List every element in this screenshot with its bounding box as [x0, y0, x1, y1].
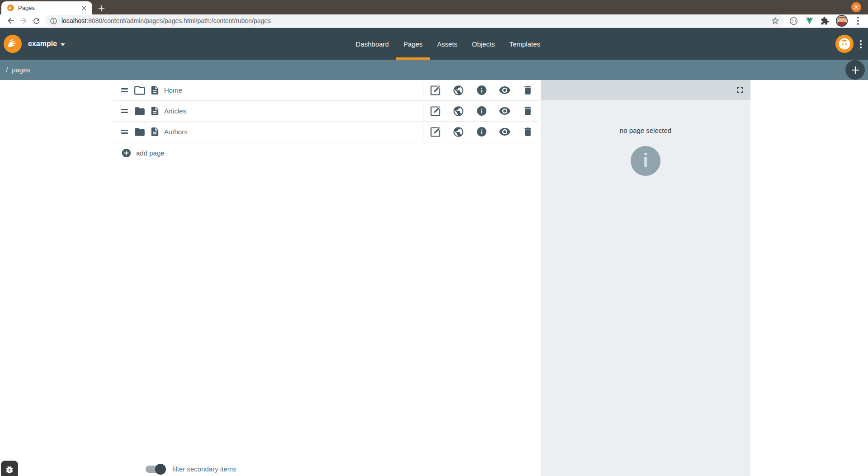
- filter-secondary-label: filter secondary items: [172, 465, 236, 473]
- user-avatar[interactable]: [835, 35, 854, 53]
- filter-secondary-row: filter secondary items: [146, 465, 236, 473]
- delete-icon[interactable]: [516, 105, 539, 117]
- tab-close-icon[interactable]: [80, 4, 88, 12]
- delete-icon[interactable]: [516, 85, 539, 96]
- document-icon: [150, 127, 160, 137]
- window-close-icon[interactable]: [851, 2, 861, 12]
- new-tab-icon[interactable]: [95, 2, 107, 14]
- filter-secondary-toggle[interactable]: [146, 466, 165, 473]
- site-name: example: [28, 40, 57, 48]
- tab-favicon-icon: [7, 5, 14, 11]
- edit-icon[interactable]: [424, 85, 447, 96]
- add-page-label: add page: [136, 149, 165, 157]
- page-title[interactable]: Authors: [164, 128, 424, 136]
- folder-filled-icon: [134, 126, 146, 138]
- preview-eye-icon[interactable]: [493, 105, 516, 117]
- edit-icon[interactable]: [424, 105, 447, 117]
- toggle-knob[interactable]: [155, 464, 166, 475]
- add-circle-icon: [121, 148, 132, 158]
- empty-state-message: no page selected: [541, 100, 750, 134]
- drag-handle-icon[interactable]: [121, 108, 128, 115]
- breadcrumb-current[interactable]: pages: [12, 66, 30, 74]
- breadcrumb-separator: /: [6, 66, 8, 74]
- site-info-icon[interactable]: [50, 17, 57, 25]
- row-actions: [424, 80, 539, 100]
- browser-tab[interactable]: Pages: [1, 1, 92, 14]
- info-icon[interactable]: [470, 85, 493, 96]
- content-area: Home: [0, 80, 868, 476]
- toolbar-extensions: [789, 15, 863, 27]
- browser-titlebar: Pages: [0, 0, 868, 14]
- page-row-authors[interactable]: Authors: [113, 122, 539, 142]
- app-menu-icon[interactable]: [856, 38, 865, 51]
- preview-eye-icon[interactable]: [493, 84, 516, 96]
- add-root-page-button[interactable]: [845, 60, 865, 80]
- detail-panel-body: no page selected i: [541, 100, 750, 176]
- app-logo-icon[interactable]: [4, 35, 22, 53]
- page-list-pane: Home: [0, 80, 541, 476]
- preview-eye-icon[interactable]: [493, 126, 516, 138]
- info-icon[interactable]: [470, 126, 493, 137]
- nav-dashboard[interactable]: Dashboard: [356, 28, 389, 60]
- nav-assets[interactable]: Assets: [437, 28, 458, 60]
- publish-globe-icon[interactable]: [447, 126, 470, 138]
- nav-pages[interactable]: Pages: [403, 28, 423, 60]
- page-row-home[interactable]: Home: [113, 80, 539, 101]
- back-icon[interactable]: [5, 14, 17, 27]
- folder-filled-icon: [134, 105, 146, 117]
- json-extension-icon[interactable]: [789, 16, 798, 26]
- url-text: localhost:8080/content/admin/pages/pages…: [61, 17, 771, 24]
- bug-icon: [5, 465, 14, 475]
- empty-state-info-icon: i: [631, 146, 660, 176]
- refresh-icon[interactable]: [30, 14, 42, 27]
- fullscreen-icon[interactable]: [735, 85, 745, 95]
- app-header: example Dashboard Pages Assets Objects T…: [0, 28, 868, 60]
- main-nav: Dashboard Pages Assets Objects Templates: [356, 28, 540, 60]
- row-actions: [424, 122, 539, 142]
- detail-panel: no page selected i: [541, 80, 750, 476]
- page-row-articles[interactable]: Articles: [113, 101, 539, 122]
- delete-icon[interactable]: [516, 126, 539, 137]
- drag-handle-icon[interactable]: [121, 87, 128, 94]
- nav-objects[interactable]: Objects: [472, 28, 495, 60]
- extensions-puzzle-icon[interactable]: [821, 17, 829, 25]
- url-bar[interactable]: localhost:8080/content/admin/pages/pages…: [45, 15, 784, 27]
- folder-outline-icon: [134, 85, 146, 96]
- vue-devtools-icon[interactable]: [805, 17, 814, 25]
- info-icon[interactable]: [470, 105, 493, 117]
- browser-profile-avatar[interactable]: [836, 15, 848, 27]
- caret-down-icon: [61, 43, 65, 46]
- add-page-button[interactable]: add page: [113, 142, 539, 163]
- url-path: :8080/content/admin/pages/pages.html/pat…: [86, 17, 271, 24]
- browser-menu-icon[interactable]: [854, 15, 862, 27]
- publish-globe-icon[interactable]: [447, 85, 470, 96]
- document-icon: [150, 85, 160, 95]
- detail-panel-header: [541, 80, 750, 100]
- page-title[interactable]: Home: [164, 86, 424, 94]
- drag-handle-icon[interactable]: [121, 128, 128, 136]
- publish-globe-icon[interactable]: [447, 105, 470, 117]
- browser-toolbar: localhost:8080/content/admin/pages/pages…: [0, 14, 868, 28]
- debug-button[interactable]: [1, 461, 18, 476]
- breadcrumb-bar: / pages: [0, 60, 868, 80]
- url-host: localhost: [61, 17, 86, 24]
- forward-icon[interactable]: [17, 14, 30, 27]
- site-switcher[interactable]: example: [28, 28, 65, 60]
- page-rows: Home: [113, 80, 539, 163]
- bookmark-star-icon[interactable]: [771, 16, 780, 25]
- document-icon: [150, 106, 160, 116]
- tab-title: Pages: [18, 5, 80, 11]
- row-actions: [424, 101, 539, 121]
- nav-templates[interactable]: Templates: [509, 28, 540, 60]
- edit-icon[interactable]: [424, 126, 447, 138]
- page-title[interactable]: Articles: [164, 107, 424, 115]
